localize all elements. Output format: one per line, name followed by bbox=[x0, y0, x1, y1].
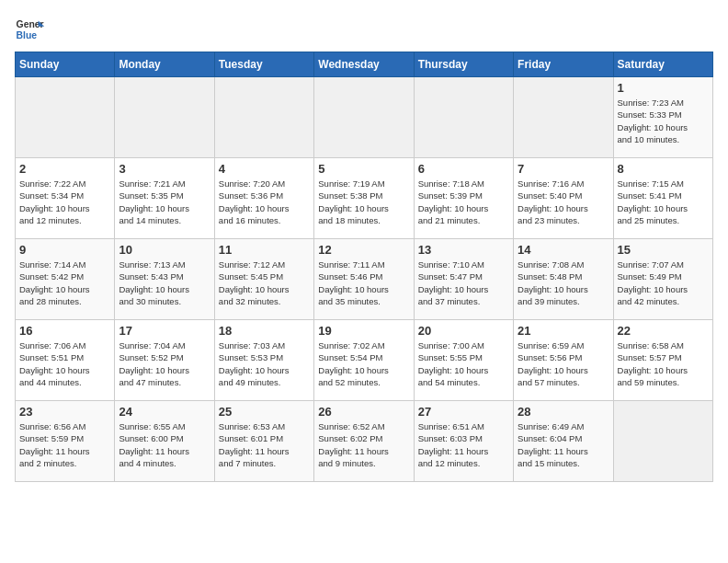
day-number: 17 bbox=[119, 324, 210, 338]
day-number: 20 bbox=[418, 324, 509, 338]
day-info: Sunrise: 7:21 AM Sunset: 5:35 PM Dayligh… bbox=[119, 178, 210, 226]
calendar-day-cell: 22Sunrise: 6:58 AM Sunset: 5:57 PM Dayli… bbox=[613, 320, 712, 401]
day-number: 3 bbox=[119, 162, 210, 176]
calendar-day-cell bbox=[514, 77, 613, 158]
calendar-day-cell: 8Sunrise: 7:15 AM Sunset: 5:41 PM Daylig… bbox=[613, 158, 712, 239]
day-number: 15 bbox=[618, 243, 709, 257]
logo-icon: General Blue bbox=[15, 15, 44, 44]
day-of-week-header: Friday bbox=[514, 52, 613, 77]
day-info: Sunrise: 7:04 AM Sunset: 5:52 PM Dayligh… bbox=[119, 339, 210, 388]
day-number: 1 bbox=[618, 81, 709, 95]
calendar-day-cell: 13Sunrise: 7:10 AM Sunset: 5:47 PM Dayli… bbox=[414, 239, 513, 320]
calendar-week-row: 1Sunrise: 7:23 AM Sunset: 5:33 PM Daylig… bbox=[16, 77, 713, 158]
day-of-week-header: Saturday bbox=[613, 52, 712, 77]
day-info: Sunrise: 6:55 AM Sunset: 6:00 PM Dayligh… bbox=[119, 420, 210, 469]
header: General Blue bbox=[15, 15, 713, 44]
day-info: Sunrise: 6:52 AM Sunset: 6:02 PM Dayligh… bbox=[318, 420, 409, 469]
day-info: Sunrise: 7:00 AM Sunset: 5:55 PM Dayligh… bbox=[418, 339, 509, 388]
calendar-day-cell: 10Sunrise: 7:13 AM Sunset: 5:43 PM Dayli… bbox=[115, 239, 214, 320]
calendar-day-cell: 27Sunrise: 6:51 AM Sunset: 6:03 PM Dayli… bbox=[414, 401, 513, 482]
day-info: Sunrise: 7:14 AM Sunset: 5:42 PM Dayligh… bbox=[19, 259, 110, 307]
calendar-day-cell: 28Sunrise: 6:49 AM Sunset: 6:04 PM Dayli… bbox=[514, 401, 613, 482]
calendar-day-cell: 25Sunrise: 6:53 AM Sunset: 6:01 PM Dayli… bbox=[214, 401, 313, 482]
day-number: 9 bbox=[19, 243, 110, 257]
logo: General Blue bbox=[15, 15, 44, 44]
calendar-day-cell bbox=[414, 77, 513, 158]
day-info: Sunrise: 7:22 AM Sunset: 5:34 PM Dayligh… bbox=[19, 178, 110, 226]
day-info: Sunrise: 7:07 AM Sunset: 5:49 PM Dayligh… bbox=[618, 259, 709, 307]
day-number: 14 bbox=[518, 243, 609, 257]
day-number: 26 bbox=[318, 405, 409, 419]
day-info: Sunrise: 6:56 AM Sunset: 5:59 PM Dayligh… bbox=[19, 420, 110, 469]
calendar-week-row: 16Sunrise: 7:06 AM Sunset: 5:51 PM Dayli… bbox=[16, 320, 713, 401]
day-number: 8 bbox=[618, 162, 709, 176]
day-info: Sunrise: 6:53 AM Sunset: 6:01 PM Dayligh… bbox=[219, 420, 310, 469]
calendar-day-cell: 3Sunrise: 7:21 AM Sunset: 5:35 PM Daylig… bbox=[115, 158, 214, 239]
day-number: 27 bbox=[418, 405, 509, 419]
day-number: 5 bbox=[318, 162, 409, 176]
day-number: 7 bbox=[518, 162, 609, 176]
day-number: 25 bbox=[219, 405, 310, 419]
calendar-day-cell bbox=[115, 77, 214, 158]
day-info: Sunrise: 7:23 AM Sunset: 5:33 PM Dayligh… bbox=[618, 97, 709, 145]
day-info: Sunrise: 7:15 AM Sunset: 5:41 PM Dayligh… bbox=[618, 178, 709, 226]
day-of-week-header: Wednesday bbox=[314, 52, 414, 77]
calendar-day-cell: 6Sunrise: 7:18 AM Sunset: 5:39 PM Daylig… bbox=[414, 158, 513, 239]
day-number: 16 bbox=[19, 324, 110, 338]
day-number: 10 bbox=[119, 243, 210, 257]
day-info: Sunrise: 6:59 AM Sunset: 5:56 PM Dayligh… bbox=[518, 339, 609, 388]
calendar-day-cell: 19Sunrise: 7:02 AM Sunset: 5:54 PM Dayli… bbox=[314, 320, 414, 401]
day-info: Sunrise: 7:13 AM Sunset: 5:43 PM Dayligh… bbox=[119, 259, 210, 307]
day-number: 23 bbox=[19, 405, 110, 419]
day-info: Sunrise: 7:03 AM Sunset: 5:53 PM Dayligh… bbox=[219, 339, 310, 388]
day-number: 13 bbox=[418, 243, 509, 257]
day-info: Sunrise: 7:08 AM Sunset: 5:48 PM Dayligh… bbox=[518, 259, 609, 307]
day-info: Sunrise: 6:49 AM Sunset: 6:04 PM Dayligh… bbox=[518, 420, 609, 469]
svg-text:Blue: Blue bbox=[17, 30, 38, 40]
calendar-day-cell: 5Sunrise: 7:19 AM Sunset: 5:38 PM Daylig… bbox=[314, 158, 414, 239]
day-number: 22 bbox=[618, 324, 709, 338]
calendar: SundayMondayTuesdayWednesdayThursdayFrid… bbox=[15, 52, 713, 482]
calendar-day-cell: 26Sunrise: 6:52 AM Sunset: 6:02 PM Dayli… bbox=[314, 401, 414, 482]
calendar-day-cell: 9Sunrise: 7:14 AM Sunset: 5:42 PM Daylig… bbox=[16, 239, 115, 320]
day-info: Sunrise: 7:12 AM Sunset: 5:45 PM Dayligh… bbox=[219, 259, 310, 307]
calendar-day-cell: 18Sunrise: 7:03 AM Sunset: 5:53 PM Dayli… bbox=[214, 320, 313, 401]
calendar-day-cell: 7Sunrise: 7:16 AM Sunset: 5:40 PM Daylig… bbox=[514, 158, 613, 239]
calendar-day-cell bbox=[16, 77, 115, 158]
day-number: 24 bbox=[119, 405, 210, 419]
calendar-day-cell: 11Sunrise: 7:12 AM Sunset: 5:45 PM Dayli… bbox=[214, 239, 313, 320]
calendar-day-cell: 20Sunrise: 7:00 AM Sunset: 5:55 PM Dayli… bbox=[414, 320, 513, 401]
day-info: Sunrise: 7:16 AM Sunset: 5:40 PM Dayligh… bbox=[518, 178, 609, 226]
day-number: 28 bbox=[518, 405, 609, 419]
day-info: Sunrise: 7:19 AM Sunset: 5:38 PM Dayligh… bbox=[318, 178, 409, 226]
day-number: 21 bbox=[518, 324, 609, 338]
day-number: 12 bbox=[318, 243, 409, 257]
day-info: Sunrise: 7:10 AM Sunset: 5:47 PM Dayligh… bbox=[418, 259, 509, 307]
calendar-day-cell bbox=[314, 77, 414, 158]
day-number: 19 bbox=[318, 324, 409, 338]
day-info: Sunrise: 7:20 AM Sunset: 5:36 PM Dayligh… bbox=[219, 178, 310, 226]
day-info: Sunrise: 7:02 AM Sunset: 5:54 PM Dayligh… bbox=[318, 339, 409, 388]
calendar-day-cell: 2Sunrise: 7:22 AM Sunset: 5:34 PM Daylig… bbox=[16, 158, 115, 239]
calendar-day-cell: 12Sunrise: 7:11 AM Sunset: 5:46 PM Dayli… bbox=[314, 239, 414, 320]
calendar-day-cell bbox=[613, 401, 712, 482]
day-number: 11 bbox=[219, 243, 310, 257]
calendar-day-cell: 15Sunrise: 7:07 AM Sunset: 5:49 PM Dayli… bbox=[613, 239, 712, 320]
calendar-week-row: 23Sunrise: 6:56 AM Sunset: 5:59 PM Dayli… bbox=[16, 401, 713, 482]
day-of-week-header: Monday bbox=[115, 52, 214, 77]
calendar-day-cell: 24Sunrise: 6:55 AM Sunset: 6:00 PM Dayli… bbox=[115, 401, 214, 482]
day-number: 18 bbox=[219, 324, 310, 338]
calendar-day-cell: 17Sunrise: 7:04 AM Sunset: 5:52 PM Dayli… bbox=[115, 320, 214, 401]
calendar-day-cell bbox=[214, 77, 313, 158]
day-info: Sunrise: 6:58 AM Sunset: 5:57 PM Dayligh… bbox=[618, 339, 709, 388]
day-of-week-header: Thursday bbox=[414, 52, 513, 77]
day-number: 6 bbox=[418, 162, 509, 176]
calendar-day-cell: 16Sunrise: 7:06 AM Sunset: 5:51 PM Dayli… bbox=[16, 320, 115, 401]
day-info: Sunrise: 7:18 AM Sunset: 5:39 PM Dayligh… bbox=[418, 178, 509, 226]
calendar-day-cell: 4Sunrise: 7:20 AM Sunset: 5:36 PM Daylig… bbox=[214, 158, 313, 239]
day-of-week-header: Sunday bbox=[16, 52, 115, 77]
day-number: 2 bbox=[19, 162, 110, 176]
calendar-header-row: SundayMondayTuesdayWednesdayThursdayFrid… bbox=[16, 52, 713, 77]
calendar-day-cell: 1Sunrise: 7:23 AM Sunset: 5:33 PM Daylig… bbox=[613, 77, 712, 158]
day-of-week-header: Tuesday bbox=[214, 52, 313, 77]
